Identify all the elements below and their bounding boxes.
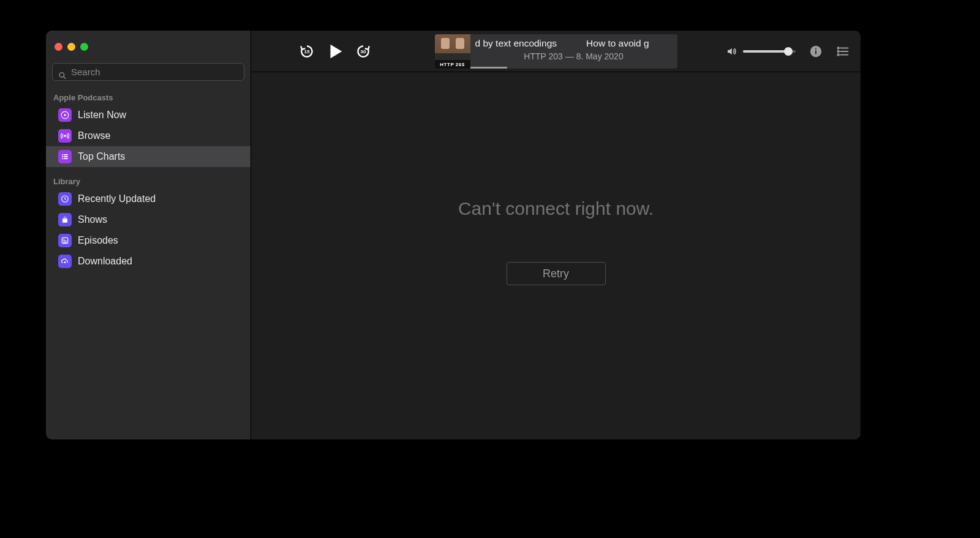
now-playing-title-left: d by text encodings [475, 38, 557, 49]
svg-rect-21 [815, 50, 816, 54]
queue-list-icon[interactable] [836, 45, 850, 58]
close-window-button[interactable] [55, 43, 62, 51]
minimize-window-button[interactable] [67, 43, 75, 51]
retry-button[interactable]: Retry [507, 262, 606, 285]
svg-marker-3 [64, 114, 67, 117]
sidebar-item-label: Shows [78, 214, 107, 225]
skip-back-button[interactable]: 15 [299, 43, 315, 59]
volume-control[interactable] [726, 46, 796, 57]
sidebar-item-label: Recently Updated [78, 193, 156, 204]
artwork-badge: HTTP 203 [435, 60, 470, 69]
now-playing-artwork: HTTP 203 [435, 34, 470, 69]
svg-rect-17 [63, 241, 67, 241]
main-area: 15 30 HTTP 203 [251, 31, 861, 439]
svg-rect-14 [64, 217, 66, 217]
now-playing-progress[interactable] [470, 67, 508, 69]
svg-rect-10 [64, 158, 67, 159]
sidebar-item-episodes[interactable]: Episodes [46, 230, 251, 251]
doclist-icon [58, 234, 72, 247]
now-playing-subtitle: HTTP 203 — 8. May 2020 [470, 51, 677, 61]
volume-slider[interactable] [743, 50, 796, 53]
svg-point-26 [838, 50, 839, 51]
info-icon[interactable] [809, 45, 823, 58]
sidebar-item-browse[interactable]: Browse [46, 125, 251, 146]
sidebar-item-label: Downloaded [78, 256, 132, 267]
sidebar-item-label: Browse [78, 130, 110, 141]
svg-rect-8 [64, 156, 67, 157]
svg-rect-13 [63, 218, 67, 219]
zoom-window-button[interactable] [80, 43, 88, 51]
search-input[interactable] [52, 63, 244, 81]
clock-icon [58, 192, 72, 206]
now-playing-panel[interactable]: HTTP 203 d by text encodings How to avoi… [435, 34, 677, 69]
now-playing-title-right: How to avoid g [586, 38, 649, 49]
play-button[interactable] [326, 42, 344, 61]
app-window: Apple Podcasts Listen Now Browse [46, 31, 861, 439]
svg-rect-5 [62, 154, 63, 155]
error-message: Can't connect right now. [458, 198, 654, 219]
window-controls [46, 39, 251, 63]
sidebar-item-label: Episodes [78, 235, 118, 246]
svg-rect-18 [63, 242, 67, 242]
skip-back-seconds: 15 [304, 49, 310, 54]
volume-icon [726, 46, 737, 57]
skip-forward-seconds: 30 [361, 49, 366, 54]
sidebar-item-listen-now[interactable]: Listen Now [46, 105, 251, 125]
sidebar-item-label: Listen Now [78, 110, 126, 121]
now-playing-text: d by text encodings How to avoid g HTTP … [470, 34, 677, 69]
cloud-down-icon [58, 255, 72, 268]
playback-controls: 15 30 [299, 42, 371, 61]
svg-rect-6 [64, 154, 67, 155]
sidebar-item-recently-updated[interactable]: Recently Updated [46, 189, 251, 209]
sidebar-section-label: Apple Podcasts [46, 89, 251, 105]
sidebar-item-label: Top Charts [78, 151, 125, 162]
sidebar-item-top-charts[interactable]: Top Charts [46, 146, 251, 167]
search-field-wrap [46, 63, 251, 89]
svg-rect-12 [62, 219, 67, 222]
svg-rect-7 [62, 156, 63, 157]
toolbar: 15 30 HTTP 203 [251, 31, 861, 72]
sidebar-item-downloaded[interactable]: Downloaded [46, 251, 251, 272]
sidebar-item-shows[interactable]: Shows [46, 209, 251, 230]
broadcast-icon [58, 129, 72, 143]
svg-rect-16 [63, 239, 64, 240]
stack-icon [58, 213, 72, 226]
sidebar: Apple Podcasts Listen Now Browse [46, 31, 251, 439]
svg-marker-19 [331, 44, 342, 58]
svg-point-28 [838, 54, 839, 55]
svg-point-4 [64, 135, 66, 136]
skip-forward-button[interactable]: 30 [355, 43, 371, 59]
svg-rect-22 [815, 48, 816, 49]
svg-point-24 [838, 47, 839, 48]
sidebar-section-label: Library [46, 173, 251, 189]
play-circle-icon [58, 108, 72, 122]
content-area: Can't connect right now. Retry [251, 72, 861, 439]
svg-rect-9 [62, 158, 63, 159]
list-icon [58, 150, 72, 163]
